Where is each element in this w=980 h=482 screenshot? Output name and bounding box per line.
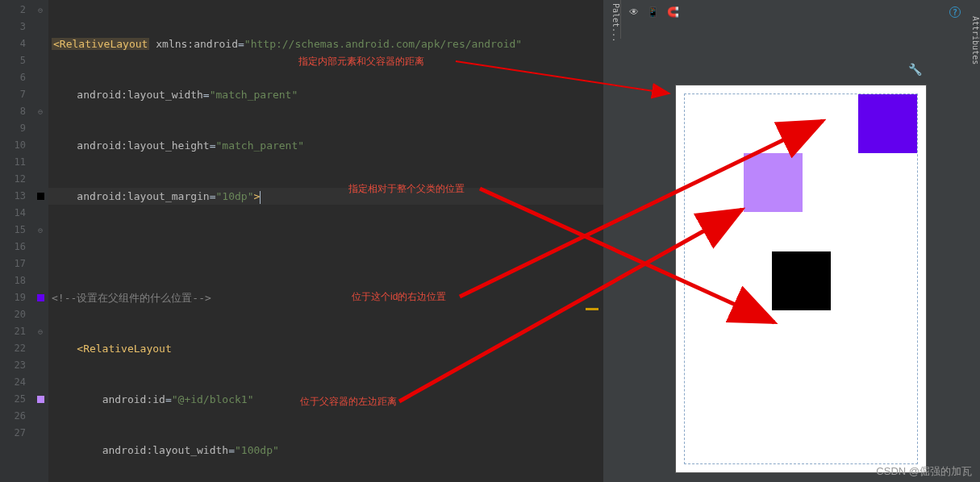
wrench-icon[interactable]: 🔧 [908, 63, 922, 76]
icon-gutter: ⊖⊖⊖⊖ [32, 0, 48, 482]
palette-tab[interactable]: Palet... [603, 0, 621, 39]
help-icon[interactable]: ? [949, 6, 961, 18]
color-swatch-icon [37, 294, 44, 301]
annotation-text: 位于这个id的右边位置 [352, 290, 446, 304]
magnet-icon[interactable]: 🧲 [667, 6, 679, 18]
xml-comment: <!--设置在父组件的什么位置--> [52, 292, 211, 304]
block-black[interactable] [772, 251, 831, 310]
layout-bounds [684, 93, 918, 464]
fold-icon[interactable]: ⊖ [38, 327, 43, 336]
xml-attr: android [194, 38, 238, 50]
code-body[interactable]: <RelativeLayout xmlns:android="http://sc… [48, 0, 603, 482]
layout-preview: Palet... Attributes 👁 📱 🧲 ? 🔧 [603, 0, 980, 482]
warning-marker-icon [586, 308, 598, 310]
eye-icon[interactable]: 👁 [629, 6, 639, 18]
xml-tag: <RelativeLayout [77, 343, 171, 355]
xml-value: "http://schemas.android.com/apk/res/andr… [244, 38, 522, 50]
preview-toolbar: 👁 📱 🧲 ? [621, 0, 969, 24]
color-swatch-icon [37, 396, 44, 403]
annotation-text: 位于父容器的左边距离 [300, 395, 397, 409]
code-editor[interactable]: 2345678910111213141516171819202122232425… [0, 0, 603, 482]
attributes-tab[interactable]: Attributes [969, 0, 980, 81]
cursor [260, 191, 261, 204]
block-purple200[interactable] [744, 153, 803, 212]
fold-icon[interactable]: ⊖ [38, 6, 43, 15]
line-gutter: 2345678910111213141516171819202122232425… [0, 0, 32, 482]
device-frame[interactable] [676, 85, 926, 472]
annotation-text: 指定相对于整个父类的位置 [348, 182, 465, 196]
annotation-text: 指定内部元素和父容器的距离 [298, 55, 424, 69]
device-icon[interactable]: 📱 [647, 6, 659, 18]
watermark: CSDN @倔强的加瓦 [876, 464, 972, 479]
block-purple500[interactable] [858, 94, 917, 153]
xml-tag: <RelativeLayout [52, 38, 149, 50]
color-swatch-icon [37, 193, 44, 200]
fold-icon[interactable]: ⊖ [38, 226, 43, 235]
fold-icon[interactable]: ⊖ [38, 107, 43, 116]
xml-ns: xmlns: [156, 38, 194, 50]
